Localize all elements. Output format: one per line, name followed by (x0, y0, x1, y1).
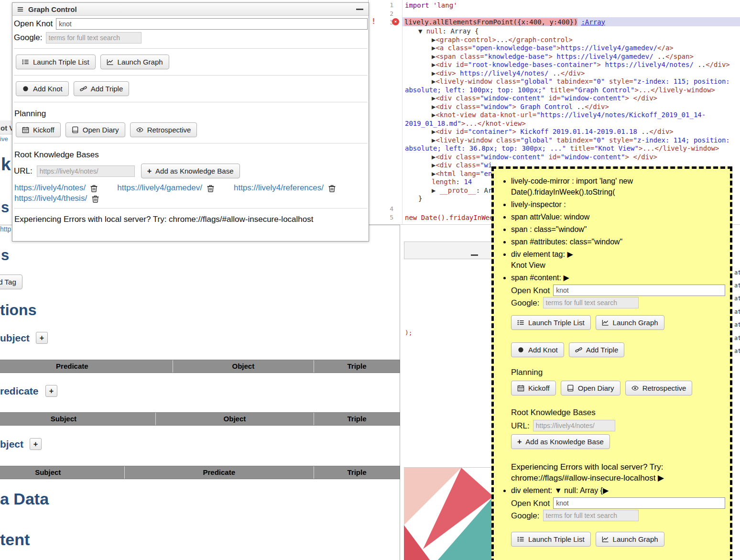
open-diary-button[interactable]: Open Diary (65, 122, 125, 137)
launch-triple-list-button[interactable]: Launch Triple List (511, 532, 591, 547)
launch-triple-list-button[interactable]: Launch Triple List (511, 315, 591, 330)
eye-icon (136, 126, 143, 133)
inspector-line[interactable]: ▶<div class="window"> Graph Control ..</… (405, 103, 740, 111)
add-object-button[interactable]: + (30, 438, 42, 450)
add-tag-button[interactable]: Add Tag (0, 275, 22, 289)
inspector-line[interactable]: ▶<graph-control>...</graph-control> (405, 36, 740, 44)
open-knot-input[interactable] (553, 285, 725, 296)
plus-icon: + (147, 167, 152, 175)
google-search-input[interactable] (543, 297, 639, 308)
planning-heading: Planning (14, 109, 368, 119)
inspector-line[interactable]: absolute; left: 100px; top: 100px;" titl… (405, 86, 740, 95)
delete-knowledge-base-button[interactable] (91, 195, 99, 203)
result-annotation-link[interactable]: :Array (581, 18, 605, 26)
inspector-line[interactable]: absolute; left: 36.8px; top: 300px; ..."… (405, 144, 740, 153)
heading-fragment: s (1, 199, 9, 216)
google-search-input[interactable] (543, 510, 639, 521)
open-knot-input[interactable] (56, 18, 368, 30)
element-list-item[interactable]: span : class="window" (511, 224, 725, 235)
table-header-cell: Object (156, 413, 314, 425)
plus-icon: + (49, 387, 54, 395)
element-list-item[interactable]: lively-inspector : (511, 199, 725, 210)
code-fragment: ); (405, 329, 413, 336)
table-header-cell: Object (173, 360, 314, 373)
line-number: 4 (381, 205, 393, 212)
element-list-item[interactable]: div element tag: ▶ Knot View (511, 249, 725, 271)
inspector-line[interactable]: ▶<div id="container"> Kickoff 2019.01.14… (405, 128, 740, 136)
open-knot-input[interactable] (553, 497, 725, 509)
inspector-line[interactable]: ▶<a class="open-knowledge-base">https://… (405, 44, 740, 53)
open-knot-label: Open Knot (511, 285, 550, 296)
stack-trace-fragment: at (734, 269, 740, 276)
inspector-line[interactable]: ▶<knot-view data-knot-url="https://livel… (405, 111, 740, 120)
launch-graph-button[interactable]: Launch Graph (100, 55, 169, 69)
element-list-item[interactable]: div element: ▼ null: Array {▶ Open Knot … (511, 485, 725, 547)
knowledge-base-item: https://lively4/gamedev/ (117, 183, 215, 193)
add-triple-button[interactable]: Add Triple (74, 81, 130, 96)
inspector-line[interactable]: ▶<lively-window class="global" tabindex=… (405, 136, 740, 145)
meta-data-heading-fragment: a Data (0, 490, 49, 508)
add-subject-button[interactable]: + (36, 332, 48, 344)
kickoff-button[interactable]: Kickoff (511, 381, 556, 395)
error-icon[interactable]: × (392, 18, 399, 25)
element-list-item[interactable]: span #attributes: class="window" (511, 236, 725, 247)
inspector-line[interactable]: ▶<div class="window-content" id="window-… (405, 94, 740, 103)
element-list: lively-code-mirror : import 'lang' new D… (500, 176, 725, 547)
inspector-line[interactable]: ▶<div class="window-content" id="window-… (405, 153, 740, 162)
inspector-line[interactable]: ▶<div> https://lively4/notes/ ..</div> (405, 69, 740, 78)
list-icon (22, 58, 29, 66)
knowledge-base-link[interactable]: https://lively4/references/ (234, 183, 324, 193)
add-predicate-button[interactable]: + (45, 385, 57, 397)
plus-icon: + (33, 440, 38, 449)
knowledge-base-link[interactable]: https://lively4/gamedev/ (117, 183, 202, 193)
knowledge-base-item: https://lively4/notes/ (14, 183, 98, 193)
link-fragment[interactable]: ive (0, 135, 8, 143)
root-knowledge-bases-heading: Root Knowledge Bases (511, 407, 725, 418)
subject-heading-fragment: ubject (0, 332, 30, 344)
launch-graph-button[interactable]: Launch Graph (596, 315, 664, 330)
object-heading-fragment: bject (0, 439, 23, 450)
link-fragment[interactable]: http (0, 225, 11, 233)
evaluated-expression[interactable]: lively.allElementsFromPoint({x:400, y:40… (404, 18, 577, 26)
background-window-titlebar (404, 242, 493, 259)
minimize-button[interactable] (477, 246, 487, 255)
open-diary-button[interactable]: Open Diary (561, 381, 620, 395)
inspector-line[interactable]: ▶<span class="knowledge-base"> https://l… (405, 53, 740, 61)
retrospective-button[interactable]: Retrospective (130, 122, 197, 137)
window-titlebar[interactable]: Graph Control (12, 3, 369, 16)
list-icon (517, 319, 524, 326)
menu-icon[interactable] (17, 6, 24, 13)
add-knowledge-base-button[interactable]: +Add as Knowledge Base (141, 164, 240, 178)
add-triple-button[interactable]: Add Triple (569, 342, 625, 357)
element-list-item[interactable]: span attrValue: window (511, 211, 725, 222)
retrospective-button[interactable]: Retrospective (625, 381, 693, 395)
inspector-line[interactable]: 2019_01_18.md">...</knot-view> (405, 120, 740, 128)
element-list-item[interactable]: lively-code-mirror : import 'lang' new D… (511, 176, 725, 198)
code-line[interactable]: import 'lang' (405, 1, 457, 9)
add-knowledge-base-button[interactable]: +Add as Knowledge Base (511, 434, 610, 449)
url-input[interactable] (533, 420, 615, 431)
delete-knowledge-base-button[interactable] (207, 184, 215, 192)
heading-fragment: s (1, 247, 9, 264)
google-search-input[interactable] (46, 32, 141, 44)
kickoff-button[interactable]: Kickoff (16, 122, 61, 137)
evaluated-expression-line[interactable]: lively.allElementsFromPoint({x:400, y:40… (403, 17, 740, 26)
add-knot-button[interactable]: Add Knot (511, 342, 564, 357)
add-knot-button[interactable]: Add Knot (16, 81, 69, 96)
knowledge-base-link[interactable]: https://lively4/notes/ (14, 183, 86, 193)
inspector-line[interactable]: ▶<lively-window class="global" tabindex=… (405, 77, 740, 86)
knowledge-base-link[interactable]: https://lively4/thesis/ (14, 194, 87, 203)
embedded-graph-control: Open Knot Google: Launch Triple List Lau… (511, 285, 725, 483)
inspector-line[interactable]: ▼ null: Array { (405, 27, 740, 36)
delete-knowledge-base-button[interactable] (328, 184, 336, 192)
url-input[interactable] (37, 165, 135, 177)
heading-fragment: tions (0, 301, 36, 319)
minimize-icon (356, 9, 363, 10)
inspector-line[interactable]: ▶<div id="root-knowledge-bases-container… (405, 61, 740, 69)
element-list-item[interactable]: span #content: ▶ Open Knot Google: Launc… (511, 272, 725, 483)
minimize-button[interactable] (355, 5, 364, 13)
launch-triple-list-button[interactable]: Launch Triple List (16, 55, 96, 69)
url-label: URL: (511, 420, 530, 431)
launch-graph-button[interactable]: Launch Graph (596, 532, 664, 547)
delete-knowledge-base-button[interactable] (90, 184, 98, 192)
